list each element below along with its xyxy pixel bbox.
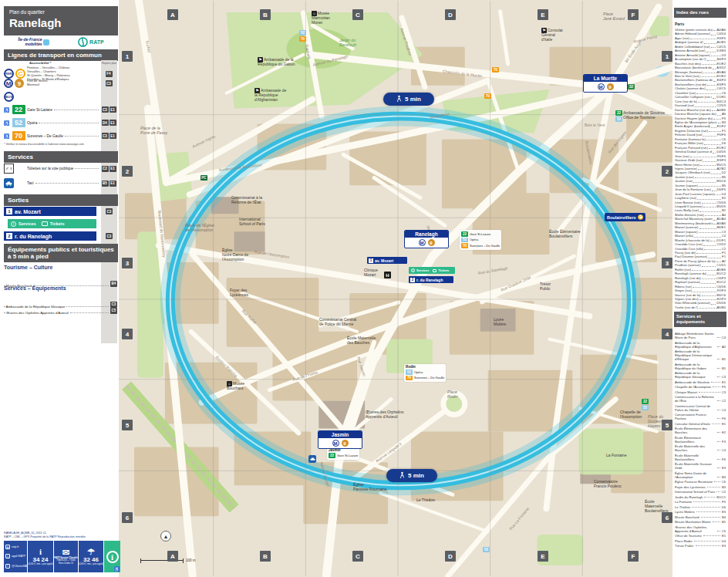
service-name: Musée Bouchard: [675, 515, 699, 519]
metro-line-9-icon: 9: [428, 239, 435, 246]
service-name: La Fontaine: [675, 500, 692, 504]
map-label-poi: École Maternelle Boulainvilliers: [645, 500, 672, 513]
bus-icons: BUS: [4, 92, 27, 102]
service-grid-ref: B1/C1: [716, 495, 726, 499]
lost-found-icon: ☂: [87, 548, 95, 556]
metro-icon: M: [598, 83, 605, 90]
station-ranelagh[interactable]: RanelaghM9: [404, 230, 449, 248]
dotted-leader: [706, 52, 716, 52]
map-label-poi: Œuvres des Orphelins Apprentis d'Auteuil: [366, 410, 403, 420]
station-la-muette[interactable]: La MuetteM9: [583, 74, 628, 93]
wheelchair-icon: ♿: [114, 566, 120, 572]
service-index-entry: Église Paroisse RoumaineC6: [675, 480, 726, 484]
map-label-poi: ⌂Musée Bouchard: [227, 381, 244, 391]
service-name: École Maternelle Gustave Zédé: [675, 462, 716, 470]
transport-line-52: ♿52OpéraD4E1: [4, 118, 117, 127]
dotted-leader: [707, 275, 716, 275]
dotted-leader: [713, 153, 716, 154]
grid-col-B: B: [260, 9, 271, 20]
bus-line-70-badge: 70: [12, 131, 25, 140]
bus-badge-70: 70: [299, 29, 306, 43]
link-row-ClientsRATP[interactable]: t@ClientsRATP: [5, 564, 25, 569]
dotted-leader: [711, 35, 716, 35]
map-label-poi: Foyer des Lycéennes: [230, 288, 248, 298]
bus-stop-line: 52Opéra: [461, 238, 500, 243]
dotted-leader: [708, 258, 721, 258]
bus-badge-PC: PC: [201, 168, 207, 182]
grid-ref-badge: C3: [102, 106, 109, 113]
ticket-icon: [433, 269, 436, 272]
link-row-appliRATP[interactable]: ▯appli RATP: [5, 554, 25, 558]
grid-ref-badge: E1: [110, 120, 116, 126]
dotted-leader: [699, 392, 720, 393]
dotted-leader: [54, 110, 99, 110]
service-grid-ref: B1: [722, 520, 726, 524]
station-name: La Muette: [584, 75, 627, 82]
flag-icon: ⚑: [541, 28, 547, 33]
phone-tile-3424: i34 24(0,34 € / min + prix appel): [28, 541, 53, 572]
dotted-leader: [690, 157, 716, 157]
dotted-leader: [713, 220, 716, 221]
map-label-place: Place de la Porte de Passy: [140, 127, 167, 136]
map-label-poi: École Maternelle des Bauches: [347, 336, 376, 346]
dotted-leader: [711, 56, 720, 56]
bus-line-52-badge: 52: [642, 405, 649, 410]
dotted-leader: [701, 517, 720, 518]
services-index-list: Abbaye Bénédictine Sainte-Marie de Paris…: [675, 332, 726, 549]
dotted-leader: [696, 511, 720, 512]
service-item-taxi: TaxiB5E1: [4, 178, 117, 188]
exit-label: av. Mozart: [15, 209, 41, 214]
dotted-leader: [718, 123, 721, 123]
bus-70-icons: ♿70: [4, 131, 27, 140]
walk-time-badge: 5 min: [386, 469, 437, 482]
metro-line-9-icon: 9: [607, 83, 614, 90]
plan-ref-header: Repère plan: [101, 60, 117, 65]
equip-item-label: • Œuvres des Orphelins Apprentis d'Auteu…: [4, 311, 69, 315]
map-label-poi: Commissariat à la Réforme de l'État: [231, 196, 262, 205]
link-label: ratp.fr: [12, 545, 19, 548]
grid-ref-badge: D4: [102, 120, 109, 126]
map-label-poi: ⚑Ambassade de la République du Gabon: [258, 57, 295, 67]
service-icons: [4, 178, 27, 188]
service-name: Trésor Public: [675, 544, 694, 548]
contact-links-tile: ⊕ratp.fr▯appli RATPt@ClientsRATP: [4, 541, 27, 572]
equip-item: • Œuvres des Orphelins Apprentis d'Auteu…: [4, 301, 117, 315]
phone-tile-3246: ☂32 46(0,80 € / min + prix appel): [79, 541, 103, 572]
bus-line-PC-badge: PC: [201, 175, 207, 181]
metro-icon: M: [419, 239, 426, 246]
service-index-entry: Consulat Général d'ItalieE1: [675, 422, 726, 426]
bus-line-70-badge: 70: [461, 243, 468, 248]
rer-station-boulainvilliers[interactable]: BoulainvilliersC: [605, 213, 645, 221]
service-item-toilets: ♂♀Toilettes sur la voie publiqueC2E1: [4, 164, 117, 174]
dotted-leader: [699, 228, 716, 229]
service-grid-ref: F5: [722, 500, 726, 504]
service-name: École Maternelle des Bauches: [675, 444, 716, 452]
exit-number: 2: [410, 278, 415, 282]
dotted-leader: [70, 312, 109, 313]
service-index-entry: École Maternelle des BauchesC4: [675, 444, 726, 452]
bus-stop-destination: Gare St-Lazare: [337, 454, 358, 457]
service-grid-ref: A2: [722, 345, 726, 349]
dotted-leader: [692, 507, 720, 508]
dotted-leader: [65, 136, 99, 137]
dotted-leader: [693, 501, 720, 502]
bus-22-icons: ♿22: [4, 105, 27, 114]
service-index-entry: Œuvres des Orphelins Apprentis d'Auteuil…: [675, 525, 726, 533]
service-index-entry: Commissariat Central de Police du 16èmeC…: [675, 404, 726, 412]
service-grid-ref: C6: [722, 480, 726, 484]
dotted-leader: [696, 253, 721, 254]
dotted-leader: [711, 174, 721, 174]
service-index-entry: Jardin du RanelaghB1/C1: [675, 495, 726, 499]
section-equipements-header: Équipements publics et touristiques à 5 …: [4, 244, 118, 262]
exit-number: 1: [6, 208, 12, 214]
dotted-leader: [717, 115, 721, 116]
service-grid-ref: F3: [722, 440, 726, 444]
dotted-leader: [707, 60, 716, 61]
link-row-ratpfr[interactable]: ⊕ratp.fr: [5, 545, 25, 549]
dotted-leader: [717, 459, 720, 460]
mobile-icon: ▯: [5, 554, 10, 558]
dotted-leader: [699, 186, 721, 187]
station-jasmin[interactable]: JasminM9: [318, 430, 362, 449]
service-name: Consulat Général d'Italie: [675, 422, 710, 426]
service-name: Chapelle de l'Assomption: [675, 385, 711, 389]
